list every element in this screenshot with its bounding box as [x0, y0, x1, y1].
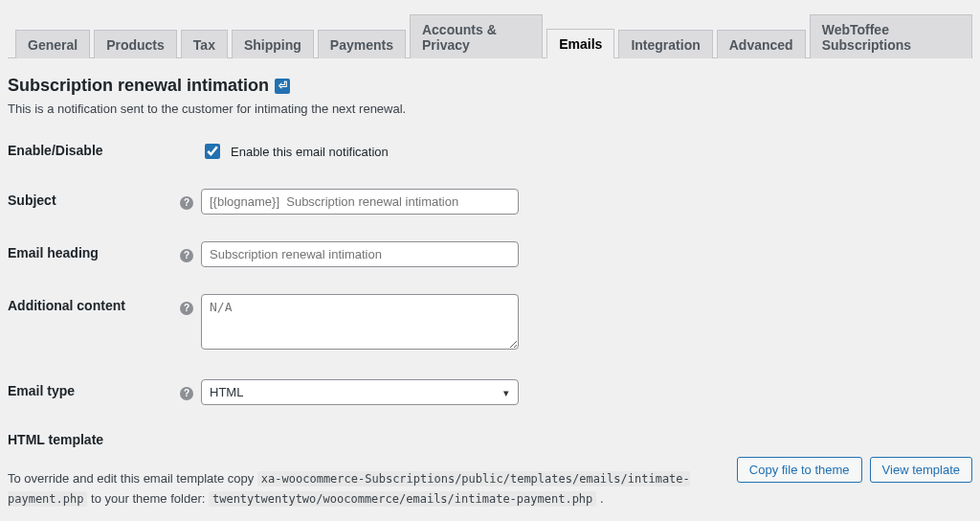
email-heading-input[interactable] — [201, 241, 519, 267]
html-template-heading: HTML template — [8, 432, 972, 447]
label-enable-disable: Enable/Disable — [8, 139, 180, 158]
label-additional-content: Additional content — [8, 294, 180, 313]
help-icon[interactable]: ? — [180, 387, 193, 400]
back-icon[interactable]: ⏎ — [275, 79, 290, 94]
tab-products[interactable]: Products — [94, 30, 177, 58]
label-email-heading: Email heading — [8, 241, 180, 260]
tab-accounts-privacy[interactable]: Accounts & Privacy — [410, 14, 543, 58]
subject-input[interactable] — [201, 189, 519, 215]
help-icon[interactable]: ? — [180, 196, 193, 210]
tab-integration[interactable]: Integration — [618, 30, 712, 58]
tpl-text-pre: To override and edit this email template… — [8, 471, 257, 486]
tab-advanced[interactable]: Advanced — [717, 30, 806, 58]
tab-webtoffee-subscriptions[interactable]: WebToffee Subscriptions — [810, 14, 972, 58]
tab-shipping[interactable]: Shipping — [232, 30, 314, 58]
tab-emails[interactable]: Emails — [546, 29, 614, 58]
tab-payments[interactable]: Payments — [318, 30, 406, 58]
tab-general[interactable]: General — [15, 30, 90, 58]
label-email-type: Email type — [8, 379, 180, 398]
email-type-select[interactable]: HTML — [201, 379, 519, 405]
tpl-text-post: . — [600, 491, 604, 506]
help-icon[interactable]: ? — [180, 302, 193, 315]
help-icon[interactable]: ? — [180, 249, 193, 262]
label-subject: Subject — [8, 189, 180, 208]
additional-content-input[interactable] — [201, 294, 519, 350]
enable-checkbox[interactable] — [205, 144, 220, 159]
html-template-text: To override and edit this email template… — [8, 469, 725, 510]
nav-tabs: General Products Tax Shipping Payments A… — [8, 0, 972, 58]
tpl-text-mid: to your theme folder: — [91, 491, 209, 506]
tpl-code-dest: twentytwentytwo/woocommerce/emails/intim… — [209, 491, 596, 507]
section-title-text: Subscription renewal intimation — [8, 76, 269, 96]
tab-tax[interactable]: Tax — [181, 30, 228, 58]
copy-file-to-theme-button[interactable]: Copy file to theme — [737, 457, 862, 483]
enable-checkbox-wrap[interactable]: Enable this email notification — [201, 139, 389, 162]
view-template-button[interactable]: View template — [870, 457, 972, 483]
section-description: This is a notification sent to the custo… — [8, 102, 972, 116]
enable-checkbox-label: Enable this email notification — [231, 145, 389, 159]
section-title: Subscription renewal intimation ⏎ — [8, 76, 972, 96]
